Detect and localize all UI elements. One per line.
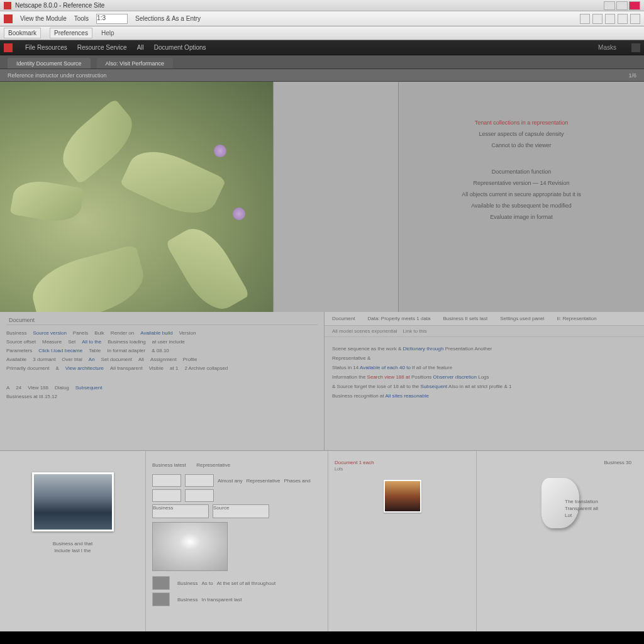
thumb1-caption2: include last I the (6, 547, 139, 554)
controls-col: Business latest Representative Almost an… (146, 451, 328, 631)
sub-header: Reference instructor under construction … (0, 69, 644, 82)
secondary-toolbar: Bookmark Preferences Help (0, 26, 644, 40)
light-thumbnail[interactable] (152, 522, 228, 571)
menu-view[interactable]: View the Module (20, 15, 67, 22)
hdr-resource[interactable]: Resource Service (77, 44, 127, 51)
info-line-2: Lesser aspects of capsule density (414, 131, 629, 137)
meta-row-1: BusinessSource versionPanelsBulkRender o… (6, 330, 318, 336)
tiny-thumb-2[interactable] (152, 592, 170, 606)
dtab-document[interactable]: Document (332, 316, 355, 321)
thumb-col-1: Business and that include last I the (0, 451, 146, 631)
meta-row-5: Primarily document&View architectureAll … (6, 365, 318, 371)
workspace-header: File Resources Resource Service All Docu… (0, 40, 644, 55)
info-text-pane: Tenant collections in a representation L… (399, 82, 644, 312)
toolbar-icon-1[interactable] (580, 14, 590, 24)
details-tabs: Document Data: Property meets 1 data Bus… (325, 312, 644, 326)
ctrl-box-2[interactable] (185, 474, 214, 487)
details-panel: Document Data: Property meets 1 data Bus… (325, 312, 644, 450)
dtab-settings[interactable]: Settings used panel (500, 316, 544, 321)
info-line-7: Available to the subsequent be modified (414, 203, 629, 209)
settings-icon[interactable] (631, 43, 640, 52)
meta-footer-1: A24View 188DialogSubsequent (6, 385, 318, 391)
zoom-select[interactable]: 1:3 (96, 14, 128, 24)
tiny-thumb-1[interactable] (152, 576, 170, 590)
main-content-row: Tenant collections in a representation L… (0, 82, 644, 312)
toolbar-icon-5[interactable] (630, 14, 640, 24)
c4-line3: Lot (565, 512, 638, 519)
hdr-doc-options[interactable]: Document Options (154, 44, 206, 51)
app-icon (4, 2, 11, 9)
hdr-all[interactable]: All (137, 44, 144, 51)
close-button[interactable] (629, 1, 640, 10)
menu-app-icon (4, 14, 13, 23)
c4-line1: The translation (565, 498, 638, 505)
toolbar-icon-4[interactable] (618, 14, 628, 24)
dtab-data[interactable]: Data: Property meets 1 data (367, 316, 430, 321)
hdr-file[interactable]: File Resources (25, 44, 67, 51)
dtab-business[interactable]: Business II sets last (443, 316, 488, 321)
metadata-panel: Document BusinessSource versionPanelsBul… (0, 312, 325, 450)
ctrl-box-1[interactable] (152, 474, 181, 487)
minimize-button[interactable] (604, 1, 615, 10)
thumb-col-4: Business 30 The translation Transparent … (477, 451, 644, 631)
center-blank-pane (273, 82, 399, 312)
details-subhdr: All model scenes exponential Link to thi… (325, 326, 644, 337)
meta-row-3: ParametersClick I.load becameTableIn for… (6, 348, 318, 353)
menu-bar: View the Module Tools 1:3 Selections & A… (0, 11, 644, 26)
toolbar-icon-3[interactable] (605, 14, 615, 24)
meta-row-4: Available3 dormantOver trialAnSet docume… (6, 357, 318, 362)
c4-line2: Transparent all (565, 505, 638, 512)
wide-button-1[interactable]: Business (152, 504, 209, 518)
tab-strip: Identity Document Source Also: Visit Per… (0, 55, 644, 69)
thumb-col-3: Document 1 each Lots (328, 451, 477, 631)
preferences-button[interactable]: Preferences (50, 28, 92, 38)
thumb1-caption1: Business and that (6, 540, 139, 547)
maximize-button[interactable] (616, 1, 628, 10)
tab-identity[interactable]: Identity Document Source (8, 58, 91, 69)
info-line-1: Tenant collections in a representation (414, 119, 629, 126)
mid-split: Document BusinessSource versionPanelsBul… (0, 312, 644, 450)
info-line-5: Representative version — 14 Revision (414, 180, 629, 186)
details-content: Scene sequence as the work & Dictionary … (325, 337, 644, 408)
dtab-representation[interactable]: II: Representation (557, 316, 597, 321)
meta-footer-2: Businesses at III.15.12 (6, 394, 318, 399)
workspace-icon (4, 43, 13, 52)
ctrl-box-3[interactable] (152, 489, 181, 502)
thumbnail-sunset[interactable] (384, 480, 421, 513)
image-preview-pane[interactable] (0, 82, 273, 312)
bottom-row: Business and that include last I the Bus… (0, 450, 644, 631)
c3-sub: Lots (335, 467, 470, 471)
ctrl-box-4[interactable] (185, 489, 214, 502)
bookmark-button[interactable]: Bookmark (4, 28, 41, 38)
c4-title: Business 30 (483, 460, 638, 465)
c3-title: Document 1 each (335, 460, 470, 465)
help-button[interactable]: Help (101, 30, 114, 36)
thumbnail-seascape[interactable] (32, 472, 114, 531)
meta-row-2: Source offsetMeasureSetAll to theBusines… (6, 339, 318, 345)
info-line-8: Evaluate image in format (414, 214, 629, 220)
info-line-4: Documentation function (414, 169, 629, 175)
info-line-6: All objects current in secure appropriat… (414, 191, 629, 197)
page-indicator: 1/6 (628, 72, 636, 79)
hdr-masks[interactable]: Masks (598, 44, 616, 51)
wide-button-2[interactable]: Source (213, 504, 269, 518)
window-title: Netscape 8.0.0 - Reference Site (15, 2, 104, 9)
menu-tools[interactable]: Tools (74, 15, 89, 22)
metadata-head: Document (6, 316, 318, 325)
sub-header-label: Reference instructor under construction (8, 72, 107, 79)
window-titlebar: Netscape 8.0.0 - Reference Site (0, 0, 644, 11)
toolbar-icon-2[interactable] (592, 14, 602, 24)
tab-performance[interactable]: Also: Visit Performance (97, 58, 173, 69)
menu-selections[interactable]: Selections & As a Entry (135, 15, 201, 22)
info-line-3: Cannot to do the viewer (414, 142, 629, 148)
